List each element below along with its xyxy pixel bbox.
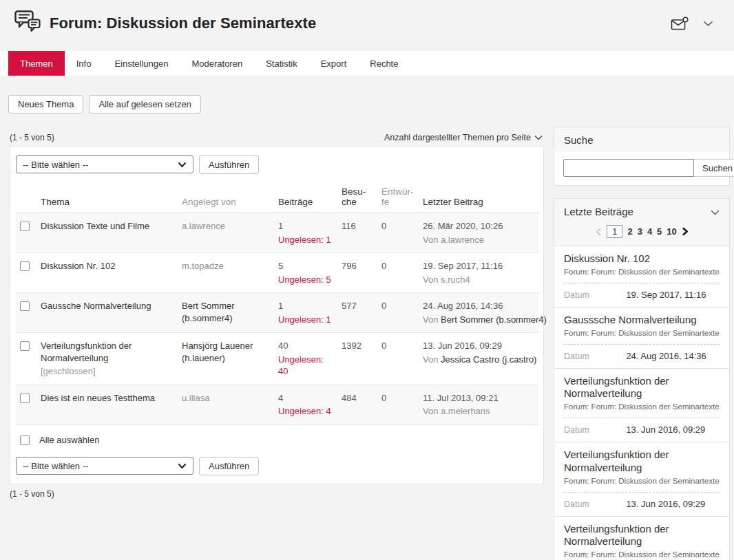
chevron-down-icon[interactable]: [702, 19, 715, 28]
dashed-divider: [564, 283, 720, 283]
recent-post-title-link[interactable]: Verteilungsfunktion der Normalverteilung: [564, 523, 720, 549]
page-header: Forum: Diskussion der Seminartexte: [0, 0, 734, 45]
recent-post-item: Diskussion Nr. 102 Forum: Forum: Diskuss…: [554, 246, 729, 307]
date-label: Datum: [564, 499, 626, 509]
column-header: Angelegt von: [178, 181, 274, 213]
topics-table: ThemaAngelegt vonBeiträgeBesu­cheEntwür­…: [16, 181, 539, 425]
last-post-author[interactable]: Bert Sommer (b.sommer4): [441, 314, 547, 325]
row-checkbox[interactable]: [20, 301, 30, 311]
drafts-count: 0: [377, 253, 419, 293]
recent-post-title-link[interactable]: Diskussion Nr. 102: [564, 252, 720, 266]
execute-button-top[interactable]: Ausführen: [199, 155, 259, 174]
search-panel: Suche Suchen: [554, 127, 730, 186]
topic-author[interactable]: Bert Sommer (b.sommer4): [178, 293, 274, 333]
recent-post-title-link[interactable]: Verteilungsfunktion der Normalverteilung: [564, 375, 720, 401]
last-post-date: 11. Jul 2013, 09:21: [423, 392, 535, 405]
pagination-page-2[interactable]: 2: [627, 226, 632, 237]
unread-count-link[interactable]: Ungelesen: 1: [278, 234, 333, 246]
unread-count-link[interactable]: Ungelesen: 40: [278, 354, 333, 378]
recent-post-forum: Forum: Forum: Diskussion der Seminartext…: [564, 550, 720, 559]
row-checkbox[interactable]: [20, 341, 30, 351]
column-header: Entwür­fe: [377, 181, 419, 213]
topics-per-page-toggle[interactable]: Anzahl dargestellter Themen pro Seite: [384, 133, 543, 142]
row-checkbox[interactable]: [20, 222, 30, 231]
recent-posts-title: Letzte Beiträge: [564, 206, 633, 217]
dashed-divider: [564, 418, 720, 418]
table-row: Diskussion Texte und Filme a.lawrence 1 …: [16, 213, 539, 253]
posts-count: 1: [278, 220, 333, 233]
table-row: Diskussion Nr. 102 m.topadze 5 Ungelesen…: [16, 253, 539, 293]
posts-count: 4: [278, 392, 333, 405]
recent-post-title-link[interactable]: Gausssche Normalverteilung: [564, 314, 720, 327]
tab-einstellungen[interactable]: Einstellungen: [103, 51, 180, 76]
column-header[interactable]: Beiträge: [274, 181, 337, 213]
new-topic-button[interactable]: Neues Thema: [8, 95, 83, 114]
unread-count-link[interactable]: Ungelesen: 5: [278, 274, 333, 286]
topic-author[interactable]: Hansjörg Lauener (h.lauener): [178, 333, 274, 385]
chevron-down-icon: [178, 461, 187, 471]
tab-rechte[interactable]: Rechte: [358, 51, 410, 76]
topic-title-link[interactable]: Gaussche Normalverteilung: [41, 300, 174, 312]
dashed-divider: [564, 344, 720, 345]
von-prefix: Von: [423, 354, 441, 365]
mark-all-read-button[interactable]: Alle auf gelesen setzen: [89, 95, 200, 114]
last-post-date: 19. Sep 2017, 11:16: [423, 260, 535, 272]
drafts-count: 0: [377, 293, 419, 333]
search-button[interactable]: Suchen: [694, 159, 734, 177]
recent-post-title-link[interactable]: Verteilungsfunktion der Normalverteilung: [564, 449, 720, 475]
column-header[interactable]: Letzter Beitrag: [419, 181, 539, 213]
pagination-page-5[interactable]: 5: [657, 226, 662, 237]
row-checkbox[interactable]: [20, 394, 30, 403]
topic-author: u.iliasa: [178, 385, 274, 424]
tab-bar: ThemenInfoEinstellungenModeratorenStatis…: [0, 51, 734, 76]
topic-author: a.lawrence: [178, 213, 274, 253]
row-checkbox[interactable]: [20, 261, 30, 271]
pagination-page-4[interactable]: 4: [647, 226, 652, 237]
result-count-top: (1 - 5 von 5): [10, 133, 54, 142]
bulk-action-select-bottom[interactable]: -- Bitte wählen --: [16, 457, 193, 475]
column-header[interactable]: Besu­che: [337, 181, 377, 213]
chevron-down-icon[interactable]: [711, 206, 720, 217]
tab-statistik[interactable]: Statistik: [254, 51, 309, 76]
recent-post-date: 24. Aug 2016, 14:36: [626, 351, 706, 361]
pagination-current-page[interactable]: 1: [607, 225, 622, 238]
topics-panel: -- Bitte wählen -- Ausführen ThemaAngele…: [10, 146, 544, 484]
dashed-divider: [564, 492, 720, 493]
posts-count: 40: [278, 340, 333, 352]
chevron-right-icon[interactable]: [682, 227, 688, 236]
drafts-count: 0: [377, 213, 419, 253]
tab-info[interactable]: Info: [65, 51, 103, 76]
last-post-author[interactable]: Jessica Castro (j.castro): [441, 354, 536, 365]
table-row: Dies ist ein neues Testthema u.iliasa 4 …: [16, 385, 539, 424]
date-label: Datum: [564, 352, 626, 361]
posts-count: 1: [278, 300, 333, 312]
unread-count-link[interactable]: Ungelesen: 1: [278, 314, 333, 326]
last-post-author: s.ruch4: [441, 274, 470, 285]
search-input[interactable]: [563, 159, 694, 177]
topic-title-link[interactable]: Diskussion Nr. 102: [41, 260, 174, 272]
tab-moderatoren[interactable]: Moderatoren: [180, 51, 254, 76]
visits-count: 577: [337, 293, 377, 333]
column-header-checkbox: [16, 181, 36, 213]
date-label: Datum: [564, 425, 626, 435]
mail-subscribe-icon[interactable]: [669, 15, 691, 32]
pagination-page-3[interactable]: 3: [638, 226, 642, 237]
unread-count-link[interactable]: Ungelesen: 4: [278, 405, 333, 418]
execute-button-bottom[interactable]: Ausführen: [199, 457, 259, 475]
page-title: Forum: Diskussion der Seminartexte: [50, 14, 316, 32]
select-all-checkbox[interactable]: [20, 435, 30, 445]
tab-themen[interactable]: Themen: [8, 51, 65, 76]
search-panel-title: Suche: [564, 134, 594, 146]
recent-posts-panel: Letzte Beiträge 1 234510 Diskussion Nr. …: [554, 198, 730, 560]
pagination-page-10[interactable]: 10: [667, 226, 676, 237]
tab-export[interactable]: Export: [309, 51, 359, 76]
bulk-action-select-top[interactable]: -- Bitte wählen --: [16, 155, 193, 173]
chevron-left-icon: [596, 228, 602, 236]
date-label: Datum: [564, 290, 626, 300]
forum-bubbles-icon: [14, 10, 41, 37]
visits-count: 1392: [337, 333, 377, 385]
topic-title-link[interactable]: Diskussion Texte und Filme: [41, 220, 174, 233]
column-header[interactable]: Thema: [36, 181, 178, 213]
topic-title-link[interactable]: Dies ist ein neues Testthema: [41, 392, 174, 405]
topic-title-link[interactable]: Verteilungsfunktion der Normalverteilung: [41, 340, 174, 364]
